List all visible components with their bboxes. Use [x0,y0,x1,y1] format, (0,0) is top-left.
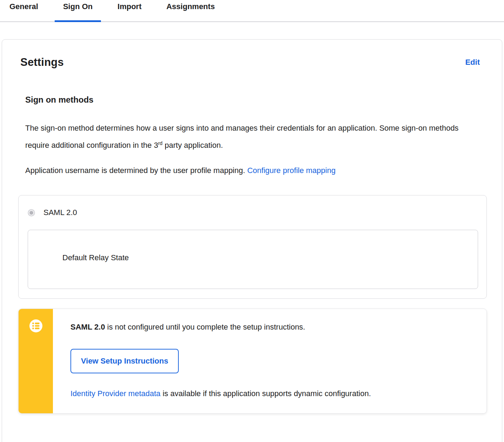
saml-method-box: SAML 2.0 Default Relay State [18,195,487,299]
app-tab-bar: General Sign On Import Assignments [0,0,504,22]
identity-provider-metadata-link[interactable]: Identity Provider metadata [70,389,161,398]
tab-sign-on-label: Sign On [63,2,93,11]
list-icon [29,319,42,332]
tab-import[interactable]: Import [109,0,150,21]
sign-on-methods-section: Sign on methods The sign-on method deter… [18,95,487,179]
saml-radio-button[interactable] [28,209,35,216]
saml-settings-panel: Default Relay State [28,230,478,289]
view-setup-instructions-button[interactable]: View Setup Instructions [70,349,179,373]
callout-message-text: is not configured until you complete the… [105,323,305,331]
tab-general[interactable]: General [1,0,47,21]
settings-card-header: Settings Edit [18,40,487,69]
tab-sign-on[interactable]: Sign On [55,0,101,21]
metadata-note-text: is available if this application support… [161,389,371,398]
ordinal-superscript: rd [158,140,162,146]
callout-body: SAML 2.0 is not configured until you com… [53,309,486,413]
callout-message: SAML 2.0 is not configured until you com… [70,322,472,333]
saml-radio-label: SAML 2.0 [43,208,77,217]
tab-general-label: General [9,2,38,11]
default-relay-state-label: Default Relay State [62,253,478,262]
tab-assignments-label: Assignments [166,2,215,11]
tab-import-label: Import [117,2,141,11]
callout-accent-stripe [19,309,53,413]
page-title: Settings [20,56,64,69]
configure-profile-mapping-link[interactable]: Configure profile mapping [247,166,335,175]
username-mapping-text: Application username is determined by th… [25,166,247,175]
sign-on-description-text-end: party application. [163,141,223,150]
tab-assignments[interactable]: Assignments [158,0,223,21]
saml-not-configured-callout: SAML 2.0 is not configured until you com… [18,309,487,414]
metadata-note: Identity Provider metadata is available … [70,388,472,399]
username-mapping-description: Application username is determined by th… [25,162,460,179]
settings-card: Settings Edit Sign on methods The sign-o… [2,39,502,442]
saml-radio-row[interactable]: SAML 2.0 [28,208,478,217]
sign-on-description: The sign-on method determines how a user… [25,119,460,154]
edit-link[interactable]: Edit [465,58,480,67]
section-heading: Sign on methods [25,95,487,105]
sign-on-description-text: The sign-on method determines how a user… [25,124,458,150]
callout-message-bold: SAML 2.0 [70,323,105,331]
